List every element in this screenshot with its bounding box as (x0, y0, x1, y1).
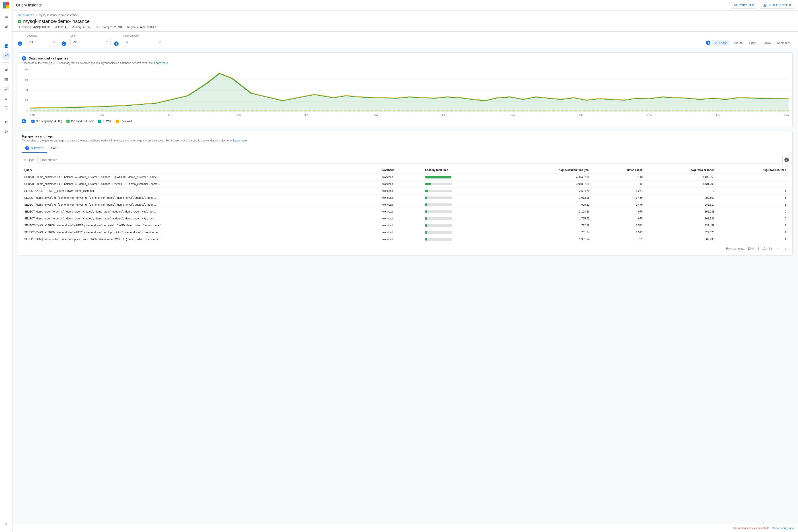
page-prev-button[interactable]: ‹ (776, 246, 782, 252)
cell-database-2: workload (379, 188, 422, 194)
sidebar-item-people[interactable]: 👤 (2, 41, 11, 50)
col-avg-rows-returned[interactable]: Avg rows returned (717, 166, 789, 174)
sidebar-item-nav[interactable]: → (2, 32, 11, 41)
cell-avg-rows-scanned-0: 8,430,358 (645, 174, 717, 181)
table-row[interactable]: UPDATE `demo_customer` SET `balance` = (… (22, 181, 789, 188)
sidebar-divider-1 (3, 62, 10, 63)
col-avg-rows-scanned[interactable]: Avg rows scanned (645, 166, 717, 174)
database-filter-select[interactable]: All (27, 38, 58, 46)
cell-load-5 (423, 208, 502, 215)
table-body: UPDATE `demo_customer` SET `balance` = (… (22, 174, 789, 243)
time-btn-1day[interactable]: 1 day (746, 40, 759, 46)
table-row[interactable]: UPDATE `demo_customer` SET `balance` = (… (22, 174, 789, 181)
sidebar-item-settings[interactable]: ⚙ (2, 128, 11, 136)
sidebar-item-database[interactable]: 🗄 (2, 104, 11, 113)
time-btn-7days[interactable]: 7 days (759, 40, 773, 46)
filter-button[interactable]: Filter (22, 157, 36, 163)
legend-checkbox-cpu-wait (67, 120, 70, 123)
rows-per-page-select[interactable]: 10 25 50 (747, 247, 754, 250)
sidebar-item-menu[interactable]: ☰ (2, 12, 11, 21)
performance-issues-text[interactable]: Performance issues detected! (734, 527, 769, 530)
sidebar-item-insights[interactable] (2, 51, 11, 60)
copy-link-button[interactable]: COPY LINK (731, 2, 757, 9)
show-debug-panel-link[interactable]: Show debug panel (772, 527, 794, 530)
legend-item-lock-wait[interactable]: Lock Wait (116, 120, 132, 123)
help-assistant-button[interactable]: HELP ASSISTANT (760, 2, 794, 9)
col-query[interactable]: Query (22, 166, 379, 174)
cell-database-7: workload (379, 222, 422, 229)
col-times-called[interactable]: Times called (592, 166, 645, 174)
tab-tags[interactable]: TAGS (47, 144, 62, 153)
database-filter-group: Database All (27, 34, 58, 46)
col-avg-exec[interactable]: Avg execution time (ms) (502, 166, 592, 174)
sidebar-item-stack[interactable]: ⧉ (2, 118, 11, 127)
page-next-button[interactable]: › (783, 246, 789, 252)
cell-avg-rows-returned-5: 0 (717, 208, 789, 215)
time-btn-6hours[interactable]: 6 hours (730, 40, 745, 46)
sidebar-item-grid[interactable]: ▦ (2, 75, 11, 83)
breadcrumb-all-instances[interactable]: All instances (18, 13, 34, 17)
legend-item-cpu-wait[interactable]: CPU and CPU wait (67, 120, 94, 123)
breadcrumb-separator: › (36, 13, 37, 17)
table-row[interactable]: SELECT `demo_driver`.`id`, `demo_driver`… (22, 194, 789, 202)
cell-query-5: SELECT `demo_order`.`order_id`, `demo_or… (22, 208, 379, 215)
table-row[interactable]: SELECT `demo_order`.`order_id`, `demo_or… (22, 215, 789, 222)
legend-label-io-wait: IO Wait (103, 120, 111, 123)
svg-point-4 (7, 55, 8, 56)
sidebar-collapse-btn[interactable]: » (2, 519, 11, 528)
page-title: Query insights (16, 3, 731, 7)
user-filter-group: User All (71, 34, 111, 46)
time-filter-group: 4 ✓ 1 hour 6 hours 1 day 7 days Custom ▼ (706, 40, 793, 46)
table-row[interactable]: SELECT SUM (`demo_order`.`price`) AS `pr… (22, 236, 789, 243)
cell-avg-exec-8: 761.24 (502, 229, 592, 236)
chart-canvas (30, 68, 789, 113)
filter-queries-input[interactable] (37, 156, 783, 164)
step-badge-1: 1 (18, 41, 22, 46)
cell-avg-rows-scanned-1: 8,431,209 (645, 181, 717, 188)
chart-learn-more-link[interactable]: Learn more (154, 61, 168, 64)
instance-db-version: DB version: MySQL 8.0.26 (18, 26, 50, 29)
queries-section-title: Top queries and tags (22, 135, 789, 138)
user-filter-select[interactable]: All (71, 38, 111, 46)
cell-avg-rows-scanned-4: 288,617 (645, 202, 717, 208)
cell-avg-exec-3: 1,013.16 (502, 194, 592, 202)
cell-load-3 (423, 194, 502, 202)
table-row[interactable]: SELECT `demo_order`.`order_id`, `demo_or… (22, 208, 789, 215)
table-row[interactable]: SELECT `demo_driver`.`id`, `demo_driver`… (22, 202, 789, 208)
legend-item-cpu-capacity[interactable]: CPU capacity: (4.000) (32, 120, 62, 123)
cell-database-5: workload (379, 208, 422, 215)
col-database[interactable]: Database (379, 166, 422, 174)
cell-load-8 (423, 229, 502, 236)
time-btn-custom[interactable]: Custom ▼ (774, 40, 793, 46)
cell-times-called-7: 1,513 (592, 222, 645, 229)
time-btn-1hour[interactable]: ✓ 1 hour (712, 40, 729, 46)
chart-y-axis: 80 60 40 20 0 (22, 68, 28, 116)
chart-inner: 3 AM 3:05 3:10 3:15 3:20 3:25 3:30 3:35 … (30, 68, 789, 116)
instance-memory: Memory: 26 GB (72, 26, 91, 29)
table-row[interactable]: SELECT (?) AS `a` FROM `demo_driver` WHE… (22, 229, 789, 236)
sidebar: ☰ ⊞ → 👤 ⊟ ▦ 📈 ≡ 🗄 ⧉ ⚙ » (0, 0, 13, 532)
client-address-filter-select[interactable]: All (123, 38, 163, 46)
table-row[interactable]: SELECT (?) AS `a` FROM `demo_driver` WHE… (22, 222, 789, 229)
queries-section-desc: An overview of the queries and tags that… (22, 139, 789, 142)
instance-meta: DB version: MySQL 8.0.26 vCPUs: 4 Memory… (18, 26, 793, 29)
table-toolbar: Filter ? (22, 156, 789, 164)
step-badge-3: 3 (114, 41, 118, 46)
tab-queries[interactable]: 7 QUERIES (22, 144, 47, 153)
table-help-icon[interactable]: ? (784, 157, 789, 162)
cell-load-9 (423, 236, 502, 243)
table-row[interactable]: SELECT COUNT (*) AS `__count` FROM `demo… (22, 188, 789, 194)
svg-rect-3 (6, 5, 10, 8)
col-load[interactable]: Load by total time ↓ (423, 166, 502, 174)
sidebar-item-table[interactable]: ⊟ (2, 65, 11, 74)
sort-desc-icon: ↓ (449, 168, 450, 172)
legend-label-lock-wait: Lock Wait (120, 120, 132, 123)
sidebar-item-list[interactable]: ≡ (2, 94, 11, 103)
breadcrumb-current: mysql-instance-demo-instance (39, 13, 78, 17)
legend-item-io-wait[interactable]: IO Wait (98, 120, 111, 123)
queries-learn-more-link[interactable]: Learn more (233, 139, 247, 142)
cell-database-9: workload (379, 236, 422, 243)
sidebar-item-home[interactable]: ⊞ (2, 22, 11, 31)
sidebar-item-bar-chart[interactable]: 📈 (2, 84, 11, 93)
cell-query-7: SELECT (?) AS `a` FROM `demo_driver` WHE… (22, 222, 379, 229)
